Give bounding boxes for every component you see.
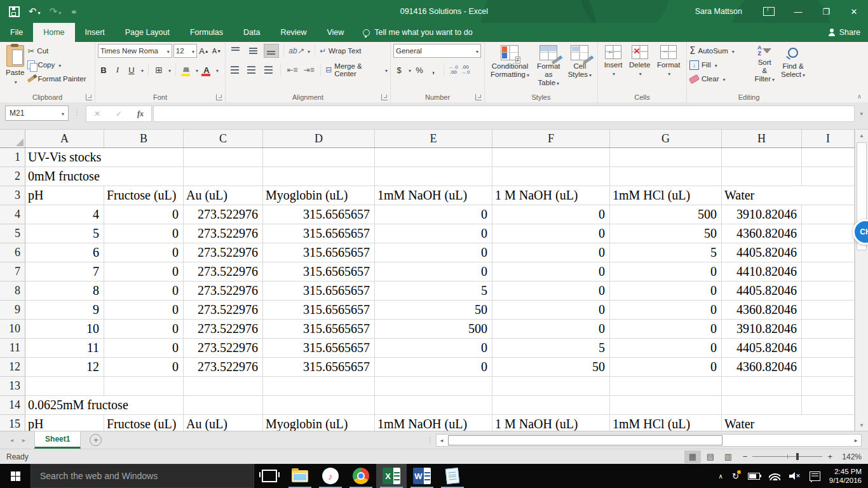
- customize-qat-icon[interactable]: ≂: [71, 8, 76, 15]
- close-button[interactable]: ✕: [840, 0, 868, 23]
- cell-I9[interactable]: [802, 301, 855, 320]
- cell-A11[interactable]: 11: [25, 339, 104, 358]
- middle-align-button[interactable]: [246, 44, 261, 58]
- cell-D5[interactable]: 315.6565657: [263, 224, 375, 243]
- cell-F3[interactable]: 1 M NaOH (uL): [492, 186, 610, 205]
- row-header-2[interactable]: 2: [0, 167, 25, 186]
- conditional-formatting-button[interactable]: ConditionalFormatting: [487, 44, 532, 89]
- cell-I3[interactable]: [802, 186, 855, 205]
- font-size-combo[interactable]: 12: [173, 44, 197, 58]
- column-header-C[interactable]: C: [184, 130, 263, 147]
- account-name[interactable]: Sara Mattson: [695, 7, 742, 16]
- cell-F1[interactable]: [492, 148, 610, 167]
- comma-style-button[interactable]: ,: [428, 64, 439, 76]
- cell-F6[interactable]: 0: [492, 243, 610, 262]
- paste-button[interactable]: Paste: [3, 44, 27, 87]
- fill-button[interactable]: ↓Fill: [689, 58, 751, 72]
- row-header-14[interactable]: 14: [0, 396, 25, 415]
- cell-C13[interactable]: [184, 377, 263, 396]
- scroll-down-icon[interactable]: ▼: [855, 419, 868, 431]
- sheet-nav-left-icon[interactable]: ◂: [10, 437, 13, 444]
- cell-G7[interactable]: 0: [610, 262, 722, 281]
- increase-decimal-button[interactable]: ←.0.00: [449, 65, 458, 75]
- cell-C8[interactable]: 273.522976: [184, 281, 263, 301]
- horizontal-scrollbar[interactable]: ◂ ▸: [436, 434, 862, 447]
- cell-D13[interactable]: [263, 377, 375, 396]
- cell-E5[interactable]: 0: [375, 224, 492, 243]
- taskbar-clock[interactable]: 2:45 PM 9/14/2016: [829, 467, 862, 485]
- cell-E7[interactable]: 0: [375, 262, 492, 281]
- cell-G3[interactable]: 1mM HCl (uL): [610, 186, 722, 205]
- file-explorer-button[interactable]: [285, 464, 315, 488]
- cell-H8[interactable]: 4405.82046: [722, 281, 802, 301]
- new-sheet-button[interactable]: +: [90, 434, 102, 446]
- cell-D7[interactable]: 315.6565657: [263, 262, 375, 281]
- cell-G1[interactable]: [610, 148, 722, 167]
- undo-button[interactable]: ↶▾: [29, 6, 41, 17]
- cell-G6[interactable]: 5: [610, 243, 722, 262]
- cell-E12[interactable]: 0: [375, 358, 492, 377]
- format-painter-button[interactable]: Format Painter: [27, 72, 86, 86]
- cell-G14[interactable]: [610, 396, 722, 415]
- cancel-button[interactable]: ✕: [86, 109, 108, 118]
- cell-H13[interactable]: [722, 377, 802, 396]
- volume-muted-icon[interactable]: ✕: [789, 472, 801, 480]
- dropdown-caret-icon[interactable]: [721, 75, 725, 83]
- cell-A4[interactable]: 4: [25, 205, 104, 224]
- cell-H11[interactable]: 4405.82046: [722, 339, 802, 358]
- dropdown-caret-icon[interactable]: [60, 109, 64, 118]
- cell-B9[interactable]: 0: [104, 301, 184, 320]
- cell-A7[interactable]: 7: [25, 262, 104, 281]
- cell-I2[interactable]: [802, 167, 855, 186]
- cell-H15[interactable]: Water: [722, 415, 802, 431]
- zoom-in-button[interactable]: +: [827, 452, 832, 461]
- cell-A8[interactable]: 8: [25, 281, 104, 301]
- start-button[interactable]: [0, 464, 31, 488]
- cell-B15[interactable]: Fructose (uL): [104, 415, 184, 431]
- tell-me-box[interactable]: Tell me what you want to do: [354, 23, 481, 42]
- cell-E2[interactable]: [375, 167, 492, 186]
- insert-cells-button[interactable]: ← Insert: [601, 44, 626, 79]
- scrollbar-resize-handle[interactable]: ⋮: [427, 437, 433, 444]
- dropdown-caret-icon[interactable]: [166, 47, 170, 55]
- dropdown-caret-icon[interactable]: [714, 61, 717, 69]
- cell-I11[interactable]: [802, 339, 855, 358]
- horizontal-scrollbar-thumb[interactable]: [448, 435, 722, 445]
- align-center-button[interactable]: [245, 63, 259, 77]
- cell-C12[interactable]: 273.522976: [184, 358, 263, 377]
- cell-G9[interactable]: 0: [610, 301, 722, 320]
- dropdown-caret-icon[interactable]: [731, 47, 735, 55]
- cell-G13[interactable]: [610, 377, 722, 396]
- cell-H10[interactable]: 3910.82046: [722, 320, 802, 339]
- cell-I12[interactable]: [802, 358, 855, 377]
- number-dialog-launcher-icon[interactable]: [475, 94, 482, 100]
- cell-A15[interactable]: pH: [25, 415, 104, 431]
- cell-F14[interactable]: [492, 396, 610, 415]
- format-cells-button[interactable]: ↔ Format: [654, 44, 683, 79]
- cell-G10[interactable]: 0: [610, 320, 722, 339]
- row-header-4[interactable]: 4: [0, 205, 25, 224]
- cell-C11[interactable]: 273.522976: [184, 339, 263, 358]
- chrome-button[interactable]: [346, 464, 376, 488]
- dropdown-caret-icon[interactable]: [191, 47, 194, 55]
- cell-C1[interactable]: [184, 148, 263, 167]
- row-header-10[interactable]: 10: [0, 320, 25, 339]
- cell-I1[interactable]: [802, 148, 855, 167]
- dropdown-caret-icon[interactable]: [215, 66, 219, 74]
- tab-insert[interactable]: Insert: [75, 23, 115, 42]
- row-header-8[interactable]: 8: [0, 281, 25, 301]
- page-break-view-button[interactable]: ▥: [720, 451, 736, 463]
- alignment-dialog-launcher-icon[interactable]: [381, 94, 388, 100]
- cell-A1[interactable]: UV-Vis stocks: [25, 148, 104, 167]
- cell-G11[interactable]: 0: [610, 339, 722, 358]
- cell-F2[interactable]: [492, 167, 610, 186]
- cell-B3[interactable]: Fructose (uL): [104, 186, 184, 205]
- word-taskbar-button[interactable]: W: [407, 464, 437, 488]
- cell-E1[interactable]: [375, 148, 492, 167]
- cell-H12[interactable]: 4360.82046: [722, 358, 802, 377]
- tab-page-layout[interactable]: Page Layout: [115, 23, 180, 42]
- cell-F4[interactable]: 0: [492, 205, 610, 224]
- select-all-button[interactable]: [0, 130, 25, 147]
- copy-button[interactable]: Copy: [27, 58, 86, 72]
- cell-E8[interactable]: 5: [375, 281, 492, 301]
